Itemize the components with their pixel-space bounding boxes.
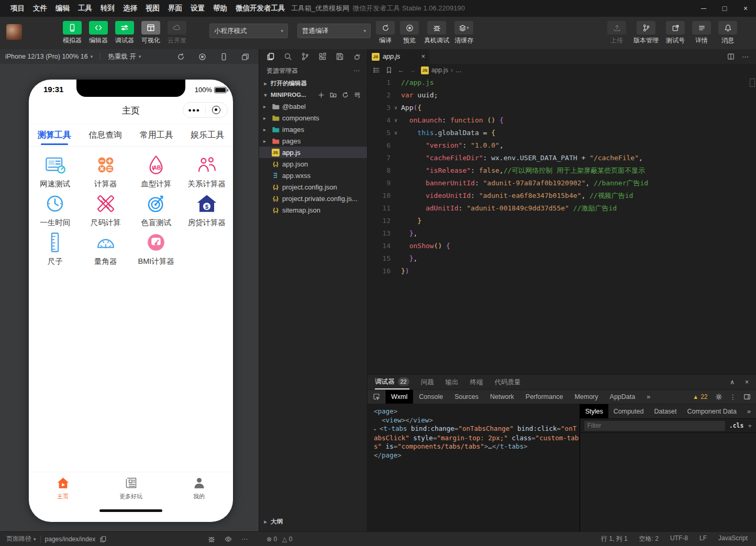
bookmark-icon[interactable] bbox=[385, 66, 393, 74]
devtools-tab-AppData[interactable]: AppData bbox=[604, 390, 641, 404]
code-editor[interactable]: 1//app.js2var uuid;3∨App({4∨ onLaunch: f… bbox=[368, 76, 756, 277]
eye-icon[interactable] bbox=[225, 536, 232, 543]
action-button-layers[interactable]: ▾清缓存 bbox=[454, 21, 473, 45]
panel-button-phone[interactable]: 模拟器 bbox=[63, 21, 82, 45]
action-button-branch[interactable]: 版本管理 bbox=[633, 21, 659, 45]
capsule-button[interactable]: ●●● bbox=[183, 102, 228, 118]
menu-item-视图[interactable]: 视图 bbox=[141, 4, 164, 13]
action-button-bell[interactable]: 消息 bbox=[718, 21, 737, 45]
action-button-refresh[interactable]: 编译 bbox=[376, 21, 395, 45]
file-row-project.private.config.js...[interactable]: {..}project.private.config.js... bbox=[259, 193, 367, 204]
editor-scrollbar[interactable] bbox=[750, 79, 755, 87]
panel-button-sliders[interactable]: 调试器 bbox=[115, 21, 134, 45]
close-icon[interactable]: × bbox=[745, 378, 749, 386]
warning-counter[interactable]: ▲ 22 bbox=[693, 393, 707, 400]
devtools-tab-Memory[interactable]: Memory bbox=[569, 390, 604, 404]
bug-icon[interactable] bbox=[208, 536, 215, 543]
file-row-app.wxss[interactable]: ᴟapp.wxss bbox=[259, 170, 367, 181]
debugger-tab-终端[interactable]: 终端 bbox=[470, 375, 483, 389]
menu-item-设置[interactable]: 设置 bbox=[186, 4, 209, 13]
compile-select[interactable]: 普通编译 ▾ bbox=[297, 24, 371, 38]
editor-tab-appjs[interactable]: JS app.js × bbox=[368, 49, 429, 64]
action-button-lines[interactable]: 详情 bbox=[692, 21, 711, 45]
device-selector[interactable]: iPhone 12/13 (Pro) 100% 16 ▾ bbox=[5, 53, 93, 60]
styles-tab-Styles[interactable]: Styles bbox=[580, 404, 608, 418]
grid-item-bmi[interactable]: BMI计算器 bbox=[131, 229, 182, 268]
plus-icon[interactable] bbox=[318, 92, 325, 98]
folderplus-icon[interactable] bbox=[330, 92, 337, 98]
menu-item-界面[interactable]: 界面 bbox=[164, 4, 186, 13]
forward-icon[interactable]: → bbox=[409, 66, 416, 74]
outline-list-icon[interactable] bbox=[373, 66, 380, 74]
fold-icon[interactable]: ∨ bbox=[391, 102, 401, 114]
more-icon[interactable]: ●●● bbox=[183, 107, 205, 113]
open-editors-section[interactable]: ▸ 打开的编辑器 bbox=[259, 77, 367, 89]
cls-toggle[interactable]: .cls bbox=[729, 422, 744, 429]
inspect-element-icon[interactable] bbox=[368, 390, 385, 404]
devtools-tab-Sources[interactable]: Sources bbox=[449, 390, 484, 404]
menu-item-编辑[interactable]: 编辑 bbox=[51, 4, 74, 13]
action-button-external[interactable]: 测试号 bbox=[666, 21, 685, 45]
tab-常用工具[interactable]: 常用工具 bbox=[131, 124, 182, 146]
panel-button-cloud[interactable]: 云开发 bbox=[168, 21, 186, 45]
file-row-app.js[interactable]: JSapp.js bbox=[259, 147, 367, 158]
grid-item-blood[interactable]: AB血型计算 bbox=[131, 152, 182, 191]
grid-item-relation[interactable]: 关系计算器 bbox=[182, 152, 232, 191]
tab-信息查询[interactable]: 信息查询 bbox=[80, 124, 131, 146]
collapse-icon[interactable] bbox=[354, 92, 361, 98]
styles-tab-Computed[interactable]: Computed bbox=[608, 404, 649, 418]
grid-item-speed[interactable]: 网速测试 bbox=[30, 152, 81, 191]
more-icon[interactable]: ⋯ bbox=[353, 67, 360, 74]
files-icon[interactable] bbox=[266, 52, 275, 61]
close-icon[interactable]: × bbox=[421, 53, 425, 60]
styles-tab-Dataset[interactable]: Dataset bbox=[649, 404, 682, 418]
grid-item-clock[interactable]: 一生时间 bbox=[30, 191, 81, 229]
styles-tab-Component Data[interactable]: Component Data bbox=[682, 404, 742, 418]
fold-icon[interactable]: ∨ bbox=[391, 114, 401, 127]
close-button[interactable]: × bbox=[735, 0, 756, 17]
copy-icon[interactable] bbox=[99, 536, 107, 543]
status-item[interactable]: 行 1, 列 1 bbox=[601, 534, 628, 543]
file-row-components[interactable]: ▸components bbox=[259, 112, 367, 124]
project-section[interactable]: ▾ MINIPROG... bbox=[259, 89, 367, 101]
tabbar-item-me[interactable]: 我的 bbox=[165, 472, 233, 504]
devtools-tab-Wxml[interactable]: Wxml bbox=[385, 390, 413, 404]
home-indicator[interactable] bbox=[99, 509, 162, 512]
devtools-tab-»[interactable]: » bbox=[641, 390, 656, 404]
mode-select[interactable]: 小程序模式 ▾ bbox=[209, 24, 288, 38]
more-icon[interactable]: ⋯ bbox=[241, 536, 248, 543]
status-item[interactable]: JavaScript bbox=[718, 534, 748, 543]
add-rule-icon[interactable]: + bbox=[748, 422, 752, 430]
tab-娱乐工具[interactable]: 娱乐工具 bbox=[182, 124, 234, 146]
menu-item-选择[interactable]: 选择 bbox=[119, 4, 141, 13]
windows-icon[interactable] bbox=[241, 53, 249, 61]
tab-测算工具[interactable]: 测算工具 bbox=[29, 124, 80, 146]
menu-item-工具[interactable]: 工具 bbox=[74, 4, 96, 13]
debugger-tab-代码质量[interactable]: 代码质量 bbox=[495, 375, 521, 389]
branch-icon[interactable] bbox=[301, 52, 309, 61]
breadcrumb[interactable]: JS app.js › … bbox=[421, 66, 462, 74]
record-icon[interactable] bbox=[198, 53, 206, 61]
phone-sm-icon[interactable] bbox=[220, 53, 228, 61]
debugger-tab-调试器[interactable]: 调试器22 bbox=[375, 375, 409, 389]
debugger-tab-输出[interactable]: 输出 bbox=[446, 375, 459, 389]
status-item[interactable]: UTF-8 bbox=[670, 534, 688, 543]
grid-item-calc[interactable]: 计算器 bbox=[81, 152, 131, 191]
grid-icon[interactable] bbox=[318, 52, 327, 61]
more-icon[interactable]: ⋯ bbox=[742, 53, 749, 61]
close-circle-icon[interactable] bbox=[206, 106, 228, 114]
grid-item-house[interactable]: $房贷计算器 bbox=[182, 191, 232, 229]
devtools-tab-Performance[interactable]: Performance bbox=[520, 390, 569, 404]
filter-input[interactable] bbox=[584, 421, 725, 431]
file-row-project.config.json[interactable]: {..}project.config.json bbox=[259, 181, 367, 193]
menu-item-微信开发者工具[interactable]: 微信开发者工具 bbox=[231, 4, 290, 13]
file-row-@babel[interactable]: ▸@babel bbox=[259, 101, 367, 112]
page-path-selector[interactable]: 页面路径 ▾ bbox=[6, 534, 36, 543]
status-item[interactable]: 空格: 2 bbox=[639, 534, 659, 543]
grid-item-size[interactable]: 尺码计算 bbox=[81, 191, 131, 229]
teapot-icon[interactable] bbox=[353, 52, 361, 61]
grid-item-target[interactable]: 色盲测试 bbox=[131, 191, 182, 229]
minimize-button[interactable]: ─ bbox=[693, 0, 714, 17]
menu-item-帮助[interactable]: 帮助 bbox=[209, 4, 231, 13]
devtools-tab-Network[interactable]: Network bbox=[484, 390, 520, 404]
